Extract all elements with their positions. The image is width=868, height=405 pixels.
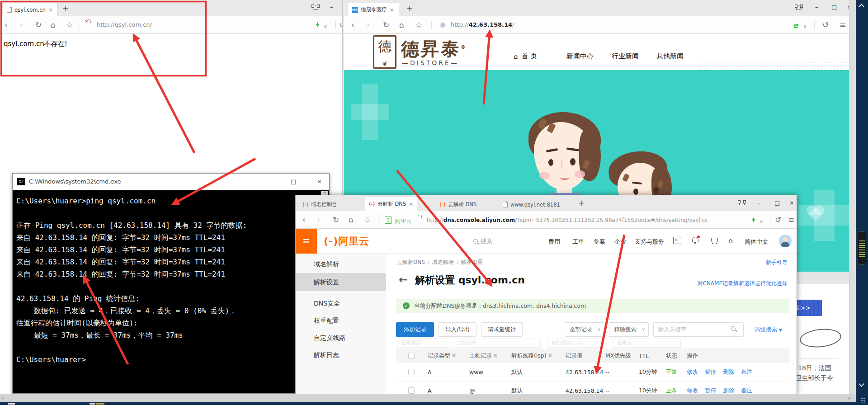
row-checkbox[interactable] xyxy=(408,369,415,375)
star-icon[interactable]: ☆ xyxy=(364,215,371,224)
menu-icp[interactable]: 备案 xyxy=(594,238,605,246)
home-icon[interactable]: ⌂ xyxy=(399,20,404,29)
modify-link[interactable]: 修改 xyxy=(687,368,702,376)
sidebar-item-dns-security[interactable]: DNS安全 xyxy=(296,294,386,312)
page-scrollbar[interactable] xyxy=(849,0,856,394)
breadcrumb-item[interactable]: 域名解析 xyxy=(432,259,454,265)
outer-vertical-scrollbar[interactable] xyxy=(856,0,868,405)
menu-icon[interactable]: ≡ xyxy=(788,215,794,224)
tab-dns-2[interactable]: (-) 云解析 DNS xyxy=(436,198,480,211)
forward-icon[interactable]: › xyxy=(367,20,370,29)
col-line[interactable]: 解析线路(isp) xyxy=(511,348,552,363)
hamburger-menu-icon[interactable]: ≡ xyxy=(296,229,317,254)
forward-icon[interactable]: › xyxy=(317,215,320,224)
undo-icon[interactable]: ↺ xyxy=(339,20,343,29)
sidebar-item-resolve-log[interactable]: 解析日志 xyxy=(296,346,386,364)
menu-enterprise[interactable]: 企业 xyxy=(614,238,626,246)
new-tab-button[interactable]: + xyxy=(578,198,585,207)
star-icon[interactable]: ☆ xyxy=(66,20,73,29)
row-checkbox[interactable] xyxy=(408,387,415,394)
sidebar-item-domain-resolve[interactable]: 域名解析 xyxy=(296,255,386,273)
pause-link[interactable]: 暂停 xyxy=(705,387,720,395)
tab-domain-console[interactable]: (-) 域名控制台 xyxy=(299,198,341,211)
nav-industry-news[interactable]: 行业新闻 xyxy=(612,52,639,61)
menu-tickets[interactable]: 工单 xyxy=(572,238,584,246)
new-tab-button[interactable]: + xyxy=(406,4,413,13)
scroll-up-icon[interactable] xyxy=(859,4,864,9)
address-bar[interactable]: http://qsyl.com.cn/ xyxy=(97,21,152,28)
sidebar-item-weight-config[interactable]: 权重配置 xyxy=(296,311,386,330)
nav-other-news[interactable]: 其他新闻 xyxy=(656,52,684,61)
breadcrumb-item[interactable]: 云解析DNS xyxy=(397,259,425,265)
bolt-icon[interactable] xyxy=(315,21,320,28)
close-tab-icon[interactable]: × xyxy=(390,7,394,13)
undo-icon[interactable]: ↺ xyxy=(822,20,829,29)
sort-icon[interactable] xyxy=(452,353,456,358)
menu-support[interactable]: 支持与服务 xyxy=(635,238,664,246)
cart-icon[interactable] xyxy=(711,238,718,242)
chevron-down-icon[interactable]: ∨ xyxy=(324,22,327,31)
site-info-icon[interactable] xyxy=(440,22,446,28)
sort-icon[interactable] xyxy=(548,353,552,358)
maximize-button[interactable]: □ xyxy=(831,4,837,10)
bell-icon[interactable] xyxy=(692,237,698,242)
ie-icon[interactable]: e xyxy=(793,21,798,30)
minimize-button[interactable]: – xyxy=(757,199,760,206)
modify-link[interactable]: 修改 xyxy=(687,387,702,395)
outer-horizontal-scrollbar[interactable]: ‹ › xyxy=(0,394,856,402)
chevron-down-icon[interactable]: ∨ xyxy=(803,22,807,31)
language-selector[interactable]: 简体中文 xyxy=(745,238,768,246)
back-icon[interactable]: ‹ xyxy=(351,20,354,29)
home-icon[interactable]: ⌂ xyxy=(51,20,56,29)
scroll-left-icon[interactable]: ‹ xyxy=(1,395,4,401)
menu-icon[interactable]: ≡ xyxy=(840,20,846,29)
keyword-input[interactable] xyxy=(653,322,744,337)
news-snippet-line[interactable]: 18日，法国 xyxy=(798,364,831,372)
scrollbar-thumb[interactable] xyxy=(858,231,866,265)
sidebar-item-custom-line[interactable]: 自定义线路 xyxy=(296,329,386,347)
request-stats-button[interactable]: 请求量统计 xyxy=(481,322,523,337)
sort-icon[interactable] xyxy=(494,353,497,358)
scroll-down-icon[interactable] xyxy=(859,381,864,387)
home-icon[interactable]: ⌂ xyxy=(349,215,354,224)
news-snippet-line[interactable]: 卫生部长于今 xyxy=(795,374,833,382)
forward-icon[interactable]: › xyxy=(20,20,23,29)
resize-grip[interactable] xyxy=(861,397,866,403)
nav-news-center[interactable]: 新闻中心 xyxy=(566,52,594,61)
refresh-icon[interactable]: ↻ xyxy=(383,20,389,29)
cmd-titlebar[interactable]: C:\ C:\Windows\system32\cmd.exe – □ × xyxy=(13,174,329,190)
maximize-button[interactable]: □ xyxy=(774,199,780,206)
close-button[interactable]: × xyxy=(789,199,794,206)
back-arrow-icon[interactable]: ← xyxy=(399,273,408,286)
close-tab-icon[interactable]: × xyxy=(48,7,53,13)
search-icon[interactable] xyxy=(731,326,736,331)
scroll-right-icon[interactable]: › xyxy=(848,395,850,401)
address-bar[interactable]: http://42.63.158.14/ xyxy=(451,21,514,28)
avatar[interactable] xyxy=(779,235,792,247)
bolt-icon[interactable] xyxy=(751,217,756,223)
minimize-button[interactable]: – xyxy=(330,4,333,10)
minimize-button[interactable]: – xyxy=(815,4,818,10)
sidebar-item-resolve-settings[interactable]: 解析设置 xyxy=(296,273,386,291)
refresh-icon[interactable]: ↻ xyxy=(333,215,339,224)
close-button[interactable]: × xyxy=(317,178,322,185)
home-icon[interactable]: ⌂ xyxy=(728,236,733,245)
undo-icon[interactable]: ↺ xyxy=(775,215,781,224)
record-type-select[interactable]: 全部记录∨ xyxy=(565,322,604,337)
nav-home[interactable]: ⌂首 页 xyxy=(514,52,537,61)
menu-billing[interactable]: 费用 xyxy=(548,238,560,246)
address-bar[interactable]: http://dns.console.aliyun.com/?spm=5176.… xyxy=(427,217,708,223)
skin-icon[interactable] xyxy=(313,4,318,9)
delete-link[interactable]: 删除 xyxy=(723,368,738,376)
close-tab-icon[interactable]: × xyxy=(409,201,413,207)
console-search[interactable]: 搜索 xyxy=(473,237,492,245)
tab-distore[interactable]: MS 德晟泰医疗 × xyxy=(348,3,399,16)
remark-link[interactable]: 备注 xyxy=(741,387,756,395)
chevron-down-icon[interactable]: ∨ xyxy=(760,217,763,226)
pause-link[interactable]: 暂停 xyxy=(705,368,720,376)
select-all-checkbox[interactable] xyxy=(408,353,415,359)
tab-dns-active[interactable]: (-) 云解析 DNS × xyxy=(365,197,417,211)
console-icon[interactable]: >_ xyxy=(673,237,681,244)
tab-qsyl[interactable]: qsyl.com.cn × xyxy=(3,3,58,16)
import-export-button[interactable]: 导入/导出 xyxy=(439,322,476,337)
